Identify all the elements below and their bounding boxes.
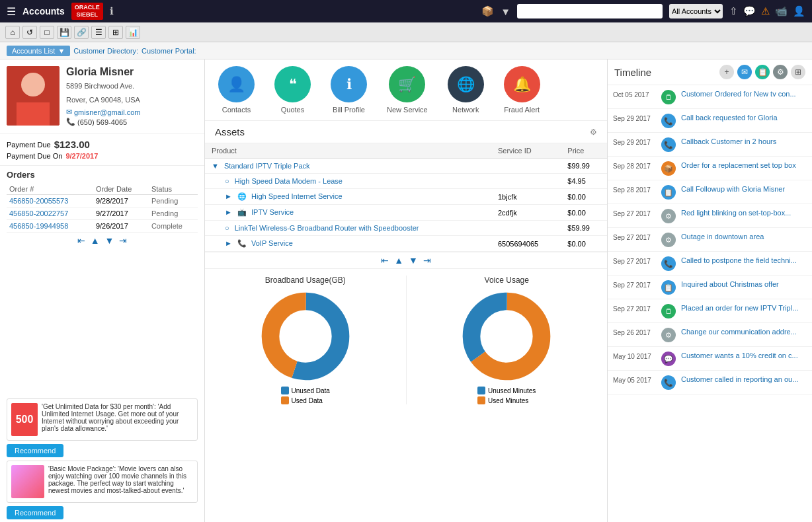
toolbar-save-btn[interactable]: 💾 [57, 26, 71, 39]
user-icon[interactable]: 👤 [793, 5, 805, 17]
timeline-gear-btn[interactable]: ⚙ [773, 65, 788, 79]
orders-pagination: ⇤ ▲ ▼ ⇥ [7, 233, 198, 248]
timeline-date: Sep 27 2017 [613, 208, 656, 219]
timeline-date: Sep 29 2017 [613, 137, 656, 147]
customer-info: Gloria Misner 5899 Birchwood Ave. Rover,… [0, 59, 204, 133]
timeline-text[interactable]: Call back requested for Gloria [681, 113, 807, 123]
toolbar-grid-btn[interactable]: ⊞ [108, 26, 123, 39]
action-icon-label: New Service [387, 106, 428, 114]
icon-circle: 🌐 [448, 66, 484, 102]
assets-page-down-btn[interactable]: ▼ [407, 255, 419, 266]
rec-image [11, 465, 44, 498]
toolbar-new-btn[interactable]: □ [40, 26, 54, 39]
page-last-btn[interactable]: ⇥ [118, 235, 128, 246]
asset-price: $99.99 [561, 159, 607, 174]
page-next-btn[interactable]: ▼ [104, 235, 116, 246]
payment-info: Payment Due $123.00 Payment Due On 9/27/… [0, 133, 204, 166]
order-link[interactable]: 456850-20055573 [9, 197, 68, 205]
action-icon-new-service[interactable]: 🛒 New Service [387, 66, 428, 114]
toolbar-refresh-btn[interactable]: ↺ [22, 26, 37, 39]
customer-portal-link[interactable]: Customer Portal: [142, 47, 196, 55]
timeline-add-btn[interactable]: + [719, 65, 734, 79]
timeline-text[interactable]: Called to postpone the field techni... [681, 256, 807, 266]
action-icon-network[interactable]: 🌐 Network [448, 66, 484, 114]
asset-price: $0.00 [561, 205, 607, 221]
timeline-text[interactable]: Order for a replacement set top box [681, 161, 807, 170]
timeline-text[interactable]: Outage in downtown area [681, 232, 807, 242]
assets-gear-icon[interactable]: ⚙ [590, 128, 597, 137]
asset-expand-icon[interactable]: ○ [225, 224, 229, 232]
toolbar-list-btn[interactable]: ☰ [91, 26, 106, 39]
timeline-text[interactable]: Customer Ordered for New tv con... [681, 89, 807, 99]
customer-phone: 📞 (650) 569-4065 [66, 118, 198, 126]
assets-page-first-btn[interactable]: ⇤ [380, 255, 390, 266]
asset-service-id [491, 174, 561, 189]
timeline-text[interactable]: Change our communication addre... [681, 327, 807, 337]
asset-expand-icon[interactable]: ► [225, 208, 232, 216]
payment-due-row: Payment Due $123.00 [7, 139, 198, 150]
timeline-text[interactable]: Inquired about Christmas offer [681, 280, 807, 289]
action-icon-contacts[interactable]: 👤 Contacts [218, 66, 255, 114]
dropdown-icon[interactable]: ▼ [501, 6, 510, 17]
timeline-notes-btn[interactable]: 📋 [755, 65, 770, 79]
timeline-header: Timeline + ✉ 📋 ⚙ ⊞ [608, 59, 812, 85]
timeline-icon: ⚙ [661, 209, 676, 223]
action-icon-quotes[interactable]: ❝ Quotes [274, 66, 311, 114]
table-row: ○ LinkTel Wireless-G Broadband Router wi… [205, 221, 607, 236]
charts-row: Broadband Usage(GB) Unused Data Used Dat… [205, 268, 607, 411]
toolbar-delete-btn[interactable]: 🔗 [74, 26, 89, 39]
order-link[interactable]: 456850-20022757 [9, 209, 68, 217]
recommend-button[interactable]: Recommend [7, 444, 63, 457]
timeline-icon: 📞 [661, 114, 676, 128]
asset-product-link[interactable]: VoIP Service [251, 239, 293, 247]
timeline-text[interactable]: Call Followup with Gloria Misner [681, 184, 807, 194]
toolbar-home-btn[interactable]: ⌂ [5, 26, 20, 39]
scope-select[interactable]: All Accounts [669, 4, 723, 19]
alert-icon[interactable]: ⚠ [761, 5, 770, 17]
timeline-text[interactable]: Customer called in reporting an ou... [681, 375, 807, 385]
assets-page-up-btn[interactable]: ▲ [393, 255, 405, 266]
page-prev-btn[interactable]: ▲ [89, 235, 101, 246]
timeline-icon: 📞 [661, 256, 676, 271]
share-icon[interactable]: ⇧ [729, 5, 738, 17]
video-icon[interactable]: 📹 [775, 5, 788, 17]
timeline-icon: 📋 [661, 185, 676, 200]
orders-col-date: Order Date [93, 184, 149, 195]
asset-expand-icon[interactable]: ► [225, 192, 232, 200]
toolbar-chart-btn[interactable]: 📊 [126, 26, 140, 39]
timeline-grid-btn[interactable]: ⊞ [791, 65, 805, 79]
asset-service-id: 6505694065 [491, 236, 561, 252]
asset-product-link[interactable]: IPTV Service [251, 208, 294, 216]
asset-product-link[interactable]: Standard IPTV Triple Pack [224, 162, 310, 170]
action-icon-bill-profile[interactable]: ℹ Bill Profile [331, 66, 367, 114]
action-icon-fraud-alert[interactable]: 🔔 Fraud Alert [504, 66, 540, 114]
hamburger-icon[interactable]: ☰ [7, 5, 16, 18]
asset-service-id: 1bjcfk [491, 189, 561, 205]
list-item: Sep 27 2017 📋 Inquired about Christmas o… [608, 276, 812, 299]
asset-service-id [491, 159, 561, 174]
timeline-text[interactable]: Customer wants a 10% credit on c... [681, 351, 807, 361]
info-icon[interactable]: ℹ [110, 5, 114, 17]
list-item: Sep 29 2017 📞 Call back requested for Gl… [608, 109, 812, 133]
customer-directory-link[interactable]: Customer Directory: [73, 47, 138, 55]
page-first-btn[interactable]: ⇤ [76, 235, 87, 246]
chat-icon[interactable]: 💬 [743, 5, 756, 17]
timeline-mail-btn[interactable]: ✉ [737, 65, 752, 79]
rec-text: 'Basic Movie Package': 'Movie lovers can… [48, 465, 193, 494]
timeline-text[interactable]: Placed an order for new IPTV Tripl... [681, 303, 807, 313]
recommend-button[interactable]: Recommend [7, 506, 63, 519]
order-link[interactable]: 456850-19944958 [9, 222, 68, 230]
search-input[interactable] [517, 4, 663, 19]
timeline-text[interactable]: Red light blinking on set-top-box... [681, 208, 807, 218]
accounts-list-button[interactable]: Accounts List ▼ [7, 46, 70, 56]
asset-product-link[interactable]: LinkTel Wireless-G Broadband Router with… [235, 224, 419, 232]
customer-email[interactable]: ✉ gmisner@gmail.com [66, 108, 198, 116]
assets-page-last-btn[interactable]: ⇥ [422, 255, 432, 266]
timeline-text[interactable]: Callback Customer in 2 hours [681, 137, 807, 147]
asset-product-link[interactable]: High Speed Data Modem - Lease [235, 177, 343, 185]
asset-product-link[interactable]: High Speed Internet Service [251, 192, 343, 200]
asset-expand-icon[interactable]: ▼ [212, 162, 219, 170]
asset-expand-icon[interactable]: ► [225, 239, 232, 247]
box-icon[interactable]: 📦 [481, 5, 494, 17]
asset-expand-icon[interactable]: ○ [225, 177, 229, 185]
